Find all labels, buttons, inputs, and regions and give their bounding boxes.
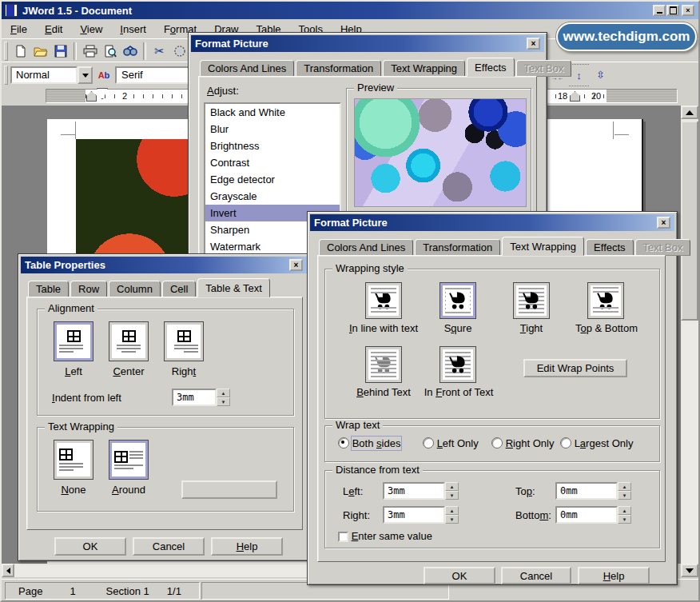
- status-page-label: Page: [18, 585, 42, 597]
- wrap-front-label: In Front of Text: [413, 386, 504, 398]
- list-item[interactable]: Blur: [205, 121, 340, 138]
- tab-transformation[interactable]: Transformation: [296, 60, 381, 77]
- list-item[interactable]: Edge detector: [205, 171, 340, 188]
- ruler-right-margin-area: [607, 90, 677, 102]
- cut-icon[interactable]: ✂: [149, 41, 169, 61]
- print-preview-icon[interactable]: [100, 41, 120, 61]
- distance-label: Distance from text: [332, 464, 423, 476]
- toolbar-grip[interactable]: [4, 42, 8, 61]
- tab-strip: Colors And Lines Transformation Text Wra…: [319, 237, 692, 256]
- help-button[interactable]: Help: [578, 567, 650, 584]
- menu-insert[interactable]: Insert: [111, 21, 155, 38]
- wrap-none-option[interactable]: [54, 440, 93, 480]
- edit-wrap-points-button[interactable]: Edit Wrap Points: [523, 359, 627, 377]
- scroll-left-button[interactable]: [2, 564, 14, 577]
- positioning-button[interactable]: [181, 480, 277, 499]
- wrap-inline-option[interactable]: [365, 282, 402, 319]
- margin-crop-mark: [613, 122, 614, 139]
- enter-same-value-checkbox[interactable]: Enter same value: [338, 530, 432, 542]
- distance-left-field[interactable]: 3mm: [383, 482, 445, 500]
- menu-view[interactable]: View: [71, 21, 111, 38]
- tab-effects[interactable]: Effects: [467, 58, 515, 77]
- font-color-icon[interactable]: Ab: [93, 65, 115, 85]
- wrap-around-option[interactable]: [109, 440, 149, 480]
- tab-text-wrapping[interactable]: Text Wrapping: [383, 60, 465, 77]
- distance-top-spinner[interactable]: ▲▼: [618, 482, 631, 500]
- radio-left-only[interactable]: Left Only: [423, 437, 479, 449]
- list-item[interactable]: Brightness: [205, 138, 340, 154]
- wrap-top-bottom-option[interactable]: [587, 282, 624, 319]
- paragraph-style-combobox[interactable]: Normal: [10, 66, 78, 84]
- radio-icon[interactable]: [423, 437, 434, 449]
- radio-right-only[interactable]: Right Only: [491, 437, 554, 449]
- align-center-label: Center: [109, 365, 149, 377]
- distance-left-label: Left:: [343, 485, 363, 497]
- distance-left-spinner[interactable]: ▲▼: [445, 482, 459, 500]
- radio-largest-only[interactable]: Largest Only: [560, 437, 633, 449]
- radio-icon[interactable]: [560, 437, 571, 449]
- vertical-scrollbar[interactable]: [681, 106, 698, 577]
- align-right-label: Right: [164, 365, 204, 377]
- copy-icon[interactable]: [169, 41, 189, 61]
- tab-column[interactable]: Column: [109, 281, 161, 297]
- find-icon[interactable]: [120, 41, 140, 61]
- wrap-front-option[interactable]: [439, 346, 476, 383]
- list-item[interactable]: Contrast: [205, 154, 340, 171]
- wrap-square-option[interactable]: [439, 282, 476, 319]
- list-item[interactable]: Grayscale: [205, 188, 340, 205]
- radio-icon[interactable]: [338, 437, 349, 449]
- tab-table-and-text[interactable]: Table & Text: [197, 278, 270, 297]
- close-icon[interactable]: ×: [657, 217, 670, 229]
- maximize-button[interactable]: [666, 5, 679, 16]
- align-center-option[interactable]: [109, 321, 149, 361]
- scrollbar-thumb[interactable]: [681, 121, 698, 321]
- radio-both-sides[interactable]: Both sides: [338, 437, 400, 449]
- style-dropdown-button[interactable]: [78, 66, 93, 84]
- scroll-down-button[interactable]: [681, 564, 698, 577]
- margin-crop-mark: [75, 122, 76, 139]
- tab-transformation[interactable]: Transformation: [415, 239, 500, 256]
- window-titlebar: JWord 1.5 - Document: [2, 2, 698, 19]
- tab-text-wrapping[interactable]: Text Wrapping: [502, 237, 584, 256]
- wrap-behind-option[interactable]: [365, 346, 402, 383]
- tab-row[interactable]: Row: [70, 281, 107, 297]
- menu-file[interactable]: File: [2, 21, 36, 38]
- cancel-button[interactable]: Cancel: [501, 567, 571, 584]
- tab-colors-and-lines[interactable]: Colors And Lines: [319, 239, 413, 256]
- tab-table[interactable]: Table: [28, 281, 69, 297]
- minimize-button[interactable]: [653, 5, 666, 16]
- left-indent-marker[interactable]: [86, 91, 97, 102]
- help-button[interactable]: Help: [211, 537, 283, 556]
- align-left-option[interactable]: [54, 321, 93, 361]
- toolbar-grip[interactable]: [4, 66, 8, 85]
- paragraph-spacing-icon[interactable]: ⇳: [591, 64, 611, 85]
- open-icon[interactable]: [30, 41, 50, 61]
- close-icon[interactable]: ×: [527, 38, 540, 50]
- save-icon[interactable]: [50, 41, 70, 61]
- indent-field[interactable]: 3mm: [172, 389, 217, 406]
- radio-icon[interactable]: [491, 437, 503, 449]
- tab-cell[interactable]: Cell: [162, 281, 196, 297]
- cancel-button[interactable]: Cancel: [133, 537, 205, 556]
- close-button[interactable]: ×: [682, 5, 694, 16]
- print-icon[interactable]: [80, 41, 100, 61]
- new-document-icon[interactable]: [10, 41, 30, 61]
- ok-button[interactable]: OK: [424, 567, 495, 584]
- distance-right-spinner[interactable]: ▲▼: [445, 506, 459, 524]
- tab-colors-and-lines[interactable]: Colors And Lines: [200, 60, 294, 77]
- list-item[interactable]: Black and White: [205, 104, 340, 121]
- right-indent-marker[interactable]: [570, 91, 580, 102]
- distance-bottom-spinner[interactable]: ▲▼: [618, 506, 631, 524]
- indent-spinner[interactable]: ▲▼: [217, 389, 230, 406]
- menu-edit[interactable]: Edit: [36, 21, 71, 38]
- align-right-option[interactable]: [164, 321, 204, 361]
- checkbox-icon[interactable]: [338, 532, 348, 542]
- distance-bottom-field[interactable]: 0mm: [555, 506, 618, 524]
- distance-top-field[interactable]: 0mm: [555, 482, 618, 500]
- close-icon[interactable]: ×: [289, 259, 303, 271]
- wrap-tight-option[interactable]: [513, 282, 550, 319]
- tab-effects[interactable]: Effects: [586, 239, 634, 256]
- scroll-up-button[interactable]: [681, 106, 698, 119]
- ok-button[interactable]: OK: [54, 537, 126, 556]
- distance-right-field[interactable]: 3mm: [383, 506, 445, 524]
